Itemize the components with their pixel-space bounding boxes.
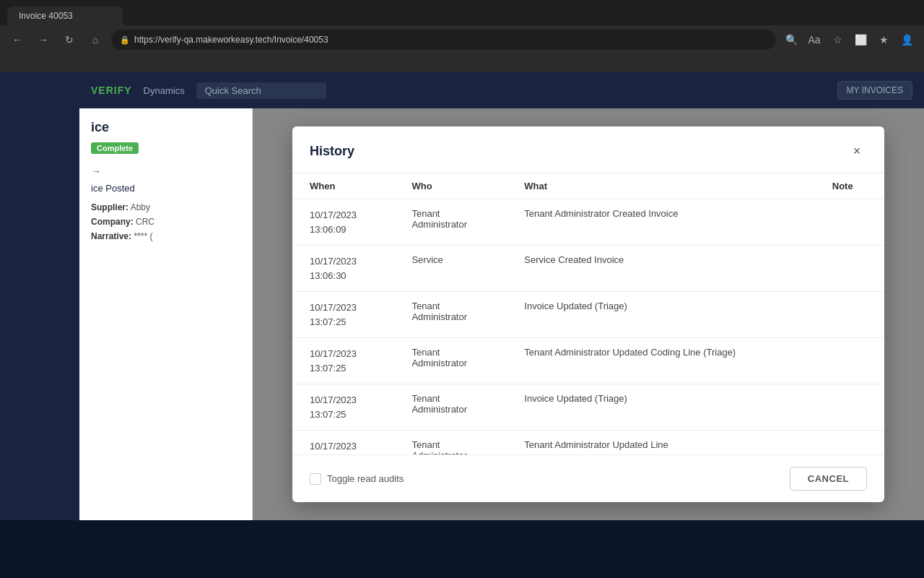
browser-toolbar: ← → ↻ ⌂ 🔒 https://verify-qa.makeworkeasy… bbox=[0, 25, 924, 54]
cell-what: Invoice Updated (Triage) bbox=[507, 292, 814, 338]
arrow-icon: → bbox=[91, 165, 240, 177]
cell-who: Service bbox=[394, 246, 507, 292]
profile-action-btn[interactable]: 👤 bbox=[897, 30, 917, 50]
table-row: 10/17/202313:06:09TenantAdministratorTen… bbox=[292, 199, 884, 246]
cell-note bbox=[815, 199, 884, 246]
cell-note bbox=[815, 338, 884, 384]
modal-header: History × bbox=[292, 126, 884, 173]
browser-tab[interactable]: Invoice 40053 bbox=[7, 7, 123, 25]
cell-note bbox=[815, 384, 884, 431]
left-sidebar bbox=[0, 72, 79, 520]
table-row: 10/17/202313:07:25TenantAdministratorInv… bbox=[292, 384, 884, 431]
cell-when: 10/17/202313:06:09 bbox=[292, 199, 394, 246]
app-logo: VERIFY bbox=[91, 85, 132, 96]
cell-note bbox=[815, 246, 884, 292]
browser-chrome: Invoice 40053 ← → ↻ ⌂ 🔒 https://verify-q… bbox=[0, 0, 924, 72]
modal-close-button[interactable]: × bbox=[847, 141, 867, 161]
history-table-container: When Who What Note 10/17/202313:06:09Ten… bbox=[292, 173, 884, 454]
invoice-posted: ice Posted bbox=[91, 183, 240, 194]
modal-overlay: History × When Who What Note bbox=[253, 108, 924, 520]
bottom-bar bbox=[0, 520, 924, 578]
reader-action-btn[interactable]: Aa bbox=[804, 30, 824, 50]
history-modal: History × When Who What Note bbox=[292, 126, 884, 502]
back-button[interactable]: ← bbox=[7, 30, 27, 50]
search-action-btn[interactable]: 🔍 bbox=[781, 30, 801, 50]
cell-what: Invoice Updated (Triage) bbox=[507, 384, 814, 431]
narrative-label: Narrative: bbox=[91, 231, 131, 241]
cell-when: 10/17/202313:07:25 bbox=[292, 384, 394, 431]
browser-actions: 🔍 Aa ☆ ⬜ ★ 👤 bbox=[781, 30, 917, 50]
company-value: CRC bbox=[136, 217, 154, 227]
col-who: Who bbox=[394, 173, 507, 199]
page-content: ice Complete → ice Posted Supplier: Abby… bbox=[79, 108, 924, 520]
cell-what: Service Created Invoice bbox=[507, 246, 814, 292]
table-row: 10/17/202313:06:30ServiceService Created… bbox=[292, 246, 884, 292]
url-text: https://verify-qa.makeworkeasy.tech/Invo… bbox=[134, 35, 328, 45]
modal-footer: Toggle read audits CANCEL bbox=[292, 454, 884, 502]
cell-what: Tenant Administrator Updated Line bbox=[507, 431, 814, 455]
table-row: 10/17/202313:07:25TenantAdministratorTen… bbox=[292, 338, 884, 384]
col-when: When bbox=[292, 173, 394, 199]
narrative-value: **** ( bbox=[134, 231, 152, 241]
toggle-audits-label: Toggle read audits bbox=[327, 473, 404, 484]
home-button[interactable]: ⌂ bbox=[85, 30, 105, 50]
narrative-field: Narrative: **** ( bbox=[91, 231, 240, 241]
cell-who: TenantAdministrator bbox=[394, 384, 507, 431]
cell-when: 10/17/202313:07:25 bbox=[292, 338, 394, 384]
cell-note bbox=[815, 292, 884, 338]
cell-who: TenantAdministrator bbox=[394, 199, 507, 246]
page-title: ice bbox=[91, 120, 240, 135]
nav-dynamics[interactable]: Dynamics bbox=[144, 85, 185, 96]
toggle-audits-wrapper: Toggle read audits bbox=[310, 473, 404, 485]
my-invoices-button[interactable]: MY INVOICES bbox=[837, 81, 912, 100]
status-badge: Complete bbox=[91, 142, 139, 154]
toggle-audits-checkbox[interactable] bbox=[310, 473, 321, 485]
supplier-label: Supplier: bbox=[91, 202, 128, 212]
lock-icon: 🔒 bbox=[120, 35, 130, 45]
table-row: 10/17/202313:08:53TenantAdministratorTen… bbox=[292, 431, 884, 455]
company-field: Company: CRC bbox=[91, 217, 240, 227]
table-row: 10/17/202313:07:25TenantAdministratorInv… bbox=[292, 292, 884, 338]
company-label: Company: bbox=[91, 217, 134, 227]
reload-button[interactable]: ↻ bbox=[59, 30, 79, 50]
cell-when: 10/17/202313:06:30 bbox=[292, 246, 394, 292]
header-right: MY INVOICES bbox=[837, 81, 912, 100]
cell-what: Tenant Administrator Created Invoice bbox=[507, 199, 814, 246]
app-header: VERIFY Dynamics Quick Search MY INVOICES bbox=[79, 72, 924, 108]
browser-tabs: Invoice 40053 bbox=[0, 0, 924, 25]
search-box[interactable]: Quick Search bbox=[196, 82, 326, 99]
modal-title: History bbox=[310, 144, 354, 159]
address-bar[interactable]: 🔒 https://verify-qa.makeworkeasy.tech/In… bbox=[111, 30, 775, 50]
forward-button[interactable]: → bbox=[33, 30, 53, 50]
cancel-button[interactable]: CANCEL bbox=[790, 467, 867, 491]
page-right: History × When Who What Note bbox=[253, 108, 924, 520]
app-background: VERIFY Dynamics Quick Search MY INVOICES… bbox=[79, 72, 924, 520]
cell-when: 10/17/202313:08:53 bbox=[292, 431, 394, 455]
cell-who: TenantAdministrator bbox=[394, 431, 507, 455]
bookmark-action-btn[interactable]: ☆ bbox=[827, 30, 847, 50]
history-table: When Who What Note 10/17/202313:06:09Ten… bbox=[292, 173, 884, 454]
cell-note bbox=[815, 431, 884, 455]
col-note: Note bbox=[815, 173, 884, 199]
cell-when: 10/17/202313:07:25 bbox=[292, 292, 394, 338]
cell-who: TenantAdministrator bbox=[394, 338, 507, 384]
favorites-action-btn[interactable]: ★ bbox=[873, 30, 894, 50]
cell-what: Tenant Administrator Updated Coding Line… bbox=[507, 338, 814, 384]
supplier-field: Supplier: Abby bbox=[91, 202, 240, 212]
tab-action-btn[interactable]: ⬜ bbox=[850, 30, 871, 50]
page-left: ice Complete → ice Posted Supplier: Abby… bbox=[79, 108, 253, 520]
supplier-value: Abby bbox=[131, 202, 150, 212]
cell-who: TenantAdministrator bbox=[394, 292, 507, 338]
col-what: What bbox=[507, 173, 814, 199]
